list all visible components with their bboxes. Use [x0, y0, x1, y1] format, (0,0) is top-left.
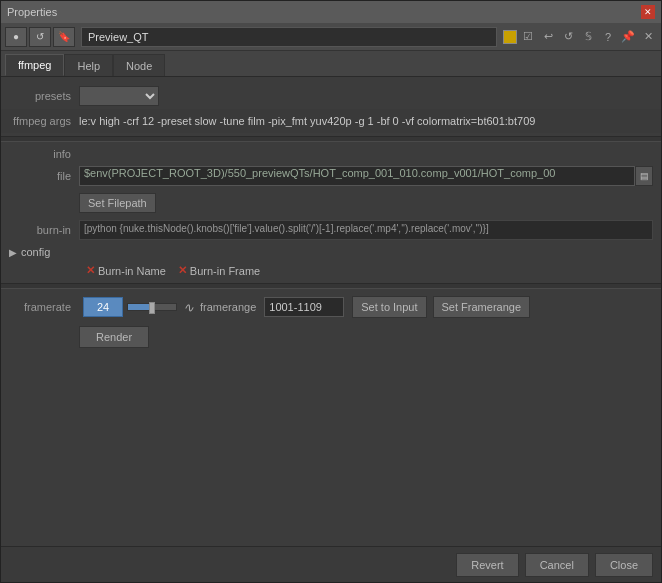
burnin-name-check-icon[interactable]: ✕	[86, 264, 95, 277]
set-filepath-button[interactable]: Set Filepath	[79, 193, 156, 213]
toolbar-icons-right: ☑ ↩ ↺ 𝕊 ? 📌 ✕	[503, 28, 657, 46]
burnin-name-item: ✕ Burn-in Name	[86, 264, 166, 277]
file-label: file	[9, 170, 79, 182]
toolbar-help-button[interactable]: ?	[599, 28, 617, 46]
toolbar-check-button[interactable]: ☑	[519, 28, 537, 46]
revert-button[interactable]: Revert	[456, 553, 518, 577]
toolbar-reload-button[interactable]: ↺	[29, 27, 51, 47]
burnin-name-label: Burn-in Name	[98, 265, 166, 277]
ffmpeg-args-label: ffmpeg args	[9, 115, 79, 127]
toolbar-s-button[interactable]: 𝕊	[579, 28, 597, 46]
set-to-input-button[interactable]: Set to Input	[352, 296, 426, 318]
curve-icon: ∿	[183, 300, 194, 315]
burnin-frame-label: Burn-in Frame	[190, 265, 260, 277]
tab-node[interactable]: Node	[113, 54, 165, 76]
burnin-frame-check-icon[interactable]: ✕	[178, 264, 187, 277]
toolbar-more-button[interactable]: ✕	[639, 28, 657, 46]
ffmpeg-args-value: le:v high -crf 12 -preset slow -tune fil…	[79, 115, 653, 127]
config-expand-button[interactable]: ▶	[9, 247, 17, 258]
tab-help[interactable]: Help	[64, 54, 113, 76]
toolbar-dot-button[interactable]: ●	[5, 27, 27, 47]
tab-ffmpeg[interactable]: ffmpeg	[5, 54, 64, 76]
burnin-row: burn-in [python {nuke.thisNode().knobs()…	[1, 217, 661, 243]
framerange-label: framerange	[200, 301, 256, 313]
separator-1	[1, 136, 661, 142]
framerange-input[interactable]	[264, 297, 344, 317]
toolbar-undo-button[interactable]: ↺	[559, 28, 577, 46]
separator-2	[1, 283, 661, 289]
properties-window: Properties ✕ ● ↺ 🔖 Preview_QT ☑ ↩ ↺ 𝕊 ? …	[0, 0, 662, 583]
render-button[interactable]: Render	[79, 326, 149, 348]
toolbar: ● ↺ 🔖 Preview_QT ☑ ↩ ↺ 𝕊 ? 📌 ✕	[1, 23, 661, 51]
set-framerange-button[interactable]: Set Framerange	[433, 296, 530, 318]
presets-label: presets	[9, 90, 79, 102]
framerate-row: framerate ∿ framerange Set to Input Set …	[1, 292, 661, 322]
burnin-label: burn-in	[9, 224, 79, 236]
toolbar-pin-button[interactable]: 📌	[619, 28, 637, 46]
config-label: config	[21, 246, 50, 258]
cancel-button[interactable]: Cancel	[525, 553, 589, 577]
bottom-bar: Revert Cancel Close	[1, 546, 661, 582]
presets-select[interactable]	[79, 86, 159, 106]
config-row: ▶ config	[1, 243, 661, 261]
presets-row: presets	[1, 83, 661, 109]
title-text: Properties	[7, 6, 57, 18]
file-input[interactable]: $env(PROJECT_ROOT_3D)/550_previewQTs/HOT…	[79, 166, 635, 186]
ffmpeg-args-row: ffmpeg args le:v high -crf 12 -preset sl…	[1, 109, 661, 133]
toolbar-bookmark-button[interactable]: 🔖	[53, 27, 75, 47]
framerate-slider[interactable]	[127, 303, 177, 311]
close-window-button[interactable]: ✕	[641, 5, 655, 19]
tab-bar: ffmpeg Help Node	[1, 51, 661, 77]
framerate-label: framerate	[9, 301, 79, 313]
burnin-frame-item: ✕ Burn-in Frame	[178, 264, 260, 277]
burnin-value[interactable]: [python {nuke.thisNode().knobs()['file']…	[79, 220, 653, 240]
info-row: info	[1, 145, 661, 163]
file-row: file $env(PROJECT_ROOT_3D)/550_previewQT…	[1, 163, 661, 189]
close-button[interactable]: Close	[595, 553, 653, 577]
burnin-checks-row: ✕ Burn-in Name ✕ Burn-in Frame	[1, 261, 661, 280]
color-swatch-icon	[503, 30, 517, 44]
toolbar-arrow-button[interactable]: ↩	[539, 28, 557, 46]
main-content: presets ffmpeg args le:v high -crf 12 -p…	[1, 77, 661, 546]
file-browse-button[interactable]: ▤	[635, 166, 653, 186]
node-name-display: Preview_QT	[81, 27, 497, 47]
framerate-input[interactable]	[83, 297, 123, 317]
title-bar: Properties ✕	[1, 1, 661, 23]
render-row: Render	[1, 322, 661, 352]
set-filepath-row: Set Filepath	[1, 189, 661, 217]
info-label: info	[9, 148, 79, 160]
title-bar-left: Properties	[7, 6, 57, 18]
